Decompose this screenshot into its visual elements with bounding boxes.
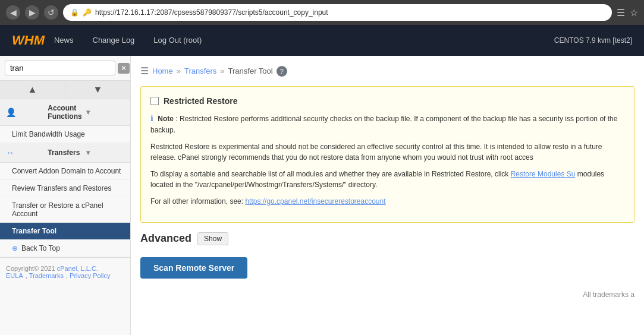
eula-link[interactable]: EULA bbox=[6, 272, 23, 279]
main-layout: tran ✕ ▲ ▼ 👤 Account Functions ▾ Limit B… bbox=[0, 56, 644, 335]
address-bar: 🔒 🔑 bbox=[63, 4, 612, 21]
breadcrumb-sep-2: » bbox=[220, 67, 224, 75]
account-functions-icon: 👤 bbox=[6, 108, 44, 117]
sidebar-item-convert-addon[interactable]: Convert Addon Domain to Account bbox=[0, 163, 130, 180]
restricted-restore-header: Restricted Restore bbox=[150, 96, 624, 106]
browser-chrome: ◀ ▶ ↺ 🔒 🔑 ☰ ☆ bbox=[0, 0, 644, 25]
restricted-restore-para2: To display a sortable and searchable lis… bbox=[150, 169, 624, 190]
reload-button[interactable]: ↺ bbox=[44, 5, 58, 20]
scroll-up-button[interactable]: ▲ bbox=[0, 81, 65, 99]
transfers-icon: ↔ bbox=[6, 148, 44, 157]
account-functions-label: Account Functions bbox=[48, 104, 86, 121]
key-icon: 🔑 bbox=[83, 8, 92, 17]
breadcrumb-home[interactable]: Home bbox=[152, 67, 173, 75]
sidebar-item-transfer-tool[interactable]: Transfer Tool bbox=[0, 223, 130, 240]
sidebar-item-transfer-restore[interactable]: Transfer or Restore a cPanel Account bbox=[0, 197, 130, 223]
para3-prefix: For all other information, see: bbox=[150, 197, 245, 206]
back-to-top-label: Back To Top bbox=[21, 244, 60, 252]
nav-changelog[interactable]: Change Log bbox=[83, 25, 144, 56]
sidebar: tran ✕ ▲ ▼ 👤 Account Functions ▾ Limit B… bbox=[0, 56, 131, 335]
trademarks-link[interactable]: Trademarks bbox=[29, 272, 64, 279]
cpanel-link[interactable]: cPanel, L.L.C. bbox=[57, 265, 98, 272]
trademarks-notice: All trademarks a bbox=[140, 290, 634, 299]
sidebar-footer: Copyright© 2021 cPanel, L.L.C. EULA, Tra… bbox=[0, 257, 130, 286]
breadcrumb-transfers[interactable]: Transfers bbox=[184, 67, 216, 75]
help-icon[interactable]: ? bbox=[277, 66, 287, 77]
privacy-link[interactable]: Privacy Policy bbox=[70, 272, 110, 279]
breadcrumb-menu-icon[interactable]: ☰ bbox=[140, 65, 149, 77]
scan-remote-server-button[interactable]: Scan Remote Server bbox=[140, 257, 247, 279]
nav-news[interactable]: News bbox=[45, 25, 83, 56]
content-area: ☰ Home » Transfers » Transfer Tool ? Res… bbox=[131, 56, 644, 335]
server-info: CENTOS 7.9 kvm [test2] bbox=[554, 36, 632, 45]
info-icon: ℹ bbox=[150, 114, 153, 123]
restricted-restore-checkbox[interactable] bbox=[150, 97, 159, 105]
search-clear-button[interactable]: ✕ bbox=[118, 63, 130, 74]
sidebar-section-transfers[interactable]: ↔ Transfers ▾ bbox=[0, 143, 130, 163]
para2-text: To display a sortable and searchable lis… bbox=[150, 170, 508, 178]
logo-text: WHM bbox=[12, 33, 45, 48]
sidebar-item-limit-bandwidth[interactable]: Limit Bandwidth Usage bbox=[0, 126, 130, 143]
forward-button[interactable]: ▶ bbox=[25, 5, 39, 20]
restricted-restore-box: Restricted Restore ℹ Note : Restricted R… bbox=[140, 86, 634, 223]
copyright-text: Copyright© 2021 bbox=[6, 265, 55, 272]
advanced-section: Advanced Show bbox=[140, 232, 634, 245]
nav-logout[interactable]: Log Out (root) bbox=[144, 25, 211, 56]
star-icon[interactable]: ☆ bbox=[630, 7, 638, 18]
url-input[interactable] bbox=[95, 8, 605, 17]
chevron-down-icon: ▾ bbox=[86, 108, 124, 116]
chevron-down-icon-transfers: ▾ bbox=[86, 148, 124, 157]
lock-icon: 🔒 bbox=[70, 8, 79, 17]
show-button[interactable]: Show bbox=[197, 232, 228, 245]
restricted-restore-title: Restricted Restore bbox=[164, 96, 238, 106]
sidebar-item-review-transfers[interactable]: Review Transfers and Restores bbox=[0, 180, 130, 197]
top-navigation: WHM News Change Log Log Out (root) CENTO… bbox=[0, 25, 644, 56]
sidebar-section-account-functions[interactable]: 👤 Account Functions ▾ bbox=[0, 99, 130, 126]
breadcrumb-sep-1: » bbox=[177, 67, 181, 75]
sidebar-search-bar: tran ✕ bbox=[0, 56, 130, 81]
browser-toolbar: ☰ ☆ bbox=[617, 7, 638, 18]
back-button[interactable]: ◀ bbox=[6, 5, 20, 20]
sidebar-scroll-controls: ▲ ▼ bbox=[0, 81, 130, 99]
breadcrumb-current: Transfer Tool bbox=[228, 67, 273, 75]
insecure-restore-link[interactable]: https://go.cpanel.net/insecurerestoreacc… bbox=[245, 197, 385, 206]
sidebar-item-back-to-top[interactable]: ⊕ Back To Top bbox=[0, 240, 130, 257]
whm-logo: WHM bbox=[12, 33, 45, 48]
restore-modules-link[interactable]: Restore Modules Su bbox=[511, 170, 576, 178]
restricted-restore-para3: For all other information, see: https://… bbox=[150, 196, 624, 207]
breadcrumb: ☰ Home » Transfers » Transfer Tool ? bbox=[140, 65, 634, 77]
search-input[interactable]: tran bbox=[5, 61, 115, 75]
note-text: : Restricted Restore performs additional… bbox=[150, 115, 617, 134]
bookmark-list-icon[interactable]: ☰ bbox=[617, 7, 625, 18]
restricted-restore-para1: Restricted Restore is experimental and s… bbox=[150, 141, 624, 163]
transfers-label: Transfers bbox=[48, 148, 86, 157]
advanced-label: Advanced bbox=[140, 232, 191, 245]
back-to-top-icon: ⊕ bbox=[12, 244, 18, 252]
restricted-restore-note: ℹ Note : Restricted Restore performs add… bbox=[150, 113, 624, 135]
scroll-down-button[interactable]: ▼ bbox=[65, 81, 130, 99]
main-nav: News Change Log Log Out (root) bbox=[45, 25, 211, 56]
note-label: Note bbox=[158, 115, 174, 123]
